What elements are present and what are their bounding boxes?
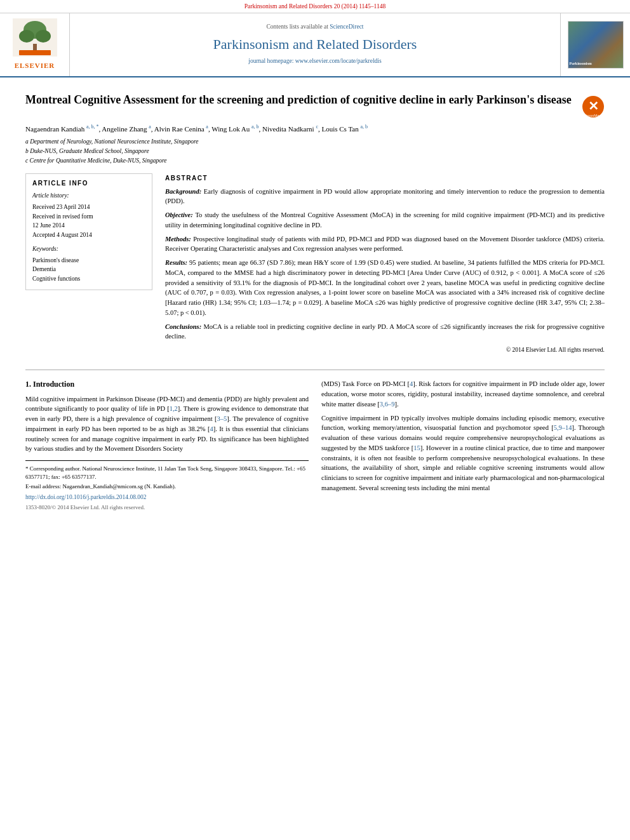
article-history-label: Article history: [32,192,145,201]
svg-text:✕: ✕ [588,99,599,113]
intro-section-number: 1. [25,380,31,389]
abstract-methods: Methods: Prospective longitudinal study … [165,234,605,255]
abstract-results: Results: 95 patients; mean age 66.37 (SD… [165,258,605,318]
journal-cover-image [568,21,624,69]
journal-thumbnail-section [560,13,630,76]
affiliations: a Department of Neurology, National Neur… [25,138,605,165]
abstract-background: Background: Early diagnosis of cognitive… [165,187,605,207]
article-title: Montreal Cognitive Assessment for the sc… [25,93,575,107]
crossmark-logo: ✕ CrossMark [582,95,605,118]
article-info-box: ARTICLE INFO Article history: Received 2… [25,173,152,290]
revised-date: Received in revised form [32,213,145,222]
journal-title-section: Contents lists available at ScienceDirec… [70,13,560,76]
keyword-1: Parkinson's disease [32,257,145,265]
ref-4[interactable]: 4 [210,425,213,432]
abstract-objective: Objective: To study the usefulness of th… [165,210,605,230]
revised-date-value: 12 June 2014 [32,222,145,230]
intro-para2-right: (MDS) Task Force on PD-MCI [4]. Risk fac… [321,379,605,409]
footnotes-section: * Corresponding author. National Neurosc… [25,460,309,512]
intro-section-title: Introduction [33,380,74,389]
section-divider [25,370,605,370]
svg-text:CrossMark: CrossMark [584,114,603,117]
keyword-2: Dementia [32,265,145,274]
authors-line: Nagaendran Kandiah a, b, *, Angeline Zha… [25,123,605,135]
journal-homepage: journal homepage: www.elsevier.com/locat… [248,57,381,66]
corresponding-author-note: * Corresponding author. National Neurosc… [25,465,309,481]
elsevier-logo-section: ELSEVIER [0,13,70,76]
ref-1-2[interactable]: 1,2 [170,405,178,412]
abstract-section: ABSTRACT Background: Early diagnosis of … [165,173,605,355]
accepted-date: Accepted 4 August 2014 [32,231,145,240]
received-date: Received 23 April 2014 [32,203,145,212]
journal-title: Parkinsonism and Related Disorders [213,34,417,55]
affiliation-b: b Duke-NUS, Graduate Medical School, Sin… [25,147,605,156]
elsevier-brand: ELSEVIER [13,61,57,71]
abstract-header: ABSTRACT [165,173,605,183]
svg-point-3 [36,30,51,43]
contents-available: Contents lists available at ScienceDirec… [266,23,363,32]
keyword-3: Cognitive functions [32,275,145,284]
intro-para1: Mild cognitive impairment in Parkinson D… [25,394,309,455]
email-line: E-mail address: Nagaendran_Kandiah@nmico… [25,483,309,491]
ref-5-9-14[interactable]: 5,9–14 [554,424,572,431]
email-link[interactable]: Nagaendran_Kandiah@nmicom.sg [62,483,143,490]
svg-rect-5 [19,50,51,55]
doi-link[interactable]: http://dx.doi.org/10.1016/j.parkreldis.2… [25,494,147,500]
keywords-header: Keywords: [32,245,145,254]
top-bar: Parkinsonism and Related Disorders 20 (2… [0,0,630,13]
ref-4-right[interactable]: 4 [410,380,413,387]
journal-header: ELSEVIER Contents lists available at Sci… [0,13,630,77]
ref-3-5[interactable]: 3–5 [217,415,227,422]
sciencedirect-link[interactable]: ScienceDirect [330,23,363,30]
affiliation-a: a Department of Neurology, National Neur… [25,138,605,147]
journal-citation: Parkinsonism and Related Disorders 20 (2… [245,3,386,10]
ref-15[interactable]: 15 [413,444,420,451]
article-info-header: ARTICLE INFO [32,179,145,189]
affiliation-c: c Centre for Quantitative Medicine, Duke… [25,157,605,166]
intro-para3-right: Cognitive impairment in PD typically inv… [321,413,605,493]
abstract-conclusions: Conclusions: MoCA is a reliable tool in … [165,322,605,342]
issn-line: 1353-8020/© 2014 Elsevier Ltd. All right… [25,503,309,512]
doi-line: http://dx.doi.org/10.1016/j.parkreldis.2… [25,493,309,502]
ref-3-6-9[interactable]: 3,6–9 [380,401,395,408]
copyright-line: © 2014 Elsevier Ltd. All rights reserved… [165,345,605,354]
svg-point-2 [19,30,34,43]
